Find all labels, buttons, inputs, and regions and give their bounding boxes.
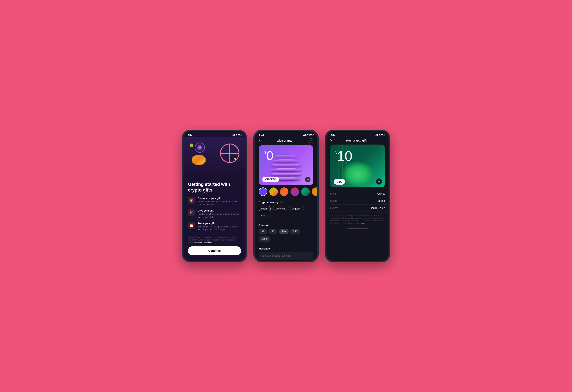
battery-icon <box>238 134 241 136</box>
crypto-label: Crypto <box>330 199 337 202</box>
phone-2: 5:12 ▾ × Give crypto <box>253 130 319 262</box>
time-2: 5:12 <box>259 133 264 136</box>
theme-circle-6[interactable] <box>312 187 317 196</box>
gift-icon: 🎁 <box>188 197 195 204</box>
detail-crypto: Crypto Bitcoin <box>326 197 389 205</box>
feature-desc-3: The gift must be accepted within 14 days… <box>198 225 241 231</box>
feature-desc-2: Send it directly to a friend or family m… <box>198 212 241 218</box>
disclaimer-3: Crypto gifts are only available to Robin… <box>326 212 389 227</box>
wifi-icon-2: ▾ <box>307 134 308 136</box>
feature-track: 📅 Track your gift The gift must be accep… <box>188 222 241 231</box>
theme-circles <box>255 187 317 198</box>
amount-pills: $1 $5 $10 $50 Other <box>255 229 317 245</box>
gift-card-green: $ 10 BTC ✏ <box>330 145 385 187</box>
phone-3: 5:12 ▾ × Your crypto gift <box>325 130 390 262</box>
status-bar-2: 5:12 ▾ <box>255 131 317 137</box>
coin-circle-inner: ◇ <box>197 145 202 150</box>
flag-icon: 🚩 <box>188 209 195 216</box>
terms-link-3[interactable]: Terms and Conditions <box>348 222 365 224</box>
status-bar-3: 5:12 ▾ <box>326 131 389 137</box>
amount-50[interactable]: $50 <box>290 229 300 234</box>
calendar-icon: 📅 <box>188 222 195 229</box>
header-title-2: Give crypto <box>277 139 293 142</box>
info-icon[interactable]: i <box>280 201 283 204</box>
amount-section-label: Amount <box>255 224 317 229</box>
close-button-3[interactable]: × <box>330 138 332 142</box>
battery-icon-3 <box>381 134 384 136</box>
crypto-pill-dogecoin[interactable]: Dogecoin <box>289 206 304 211</box>
coin-green-small <box>190 144 193 147</box>
crypto-pill-ethereum[interactable]: Ethereum <box>272 206 287 211</box>
theme-circle-3[interactable] <box>280 187 288 196</box>
crypto-pill-litecoin[interactable]: Litec... <box>259 213 270 218</box>
gift-amount-3: $ 10 <box>335 149 352 163</box>
amount-10[interactable]: $10 <box>279 229 289 234</box>
edit-button-3[interactable]: ✏ <box>376 179 382 185</box>
amount-number-2: 0 <box>266 149 273 162</box>
coin-circle: ◇ <box>195 142 205 153</box>
expires-value: Jan 05, 2022 <box>371 207 385 210</box>
message-section: Message Write a message (optional) <box>255 247 317 261</box>
amount-5[interactable]: $5 <box>269 229 277 234</box>
btc-label-pill: BTC <box>334 179 345 185</box>
amount-1[interactable]: $1 <box>259 229 267 234</box>
expires-label: Expires <box>330 207 338 210</box>
theme-circle-5[interactable] <box>301 187 310 196</box>
feature-title-2: Give your gift <box>198 209 241 212</box>
amount-other[interactable]: Other <box>259 236 270 242</box>
help-button[interactable]: ? <box>308 138 313 143</box>
feature-customize: 🎁 Customize your gift Choose a design, c… <box>188 197 241 206</box>
time-3: 5:12 <box>331 133 335 136</box>
wifi-icon-3: ▾ <box>379 134 380 136</box>
detail-expires: Expires Jan 05, 2022 <box>326 205 389 212</box>
gift-card-2: $ 0 CRYPTO ✏ <box>259 145 313 185</box>
dollar-sign-2: $ <box>264 151 266 155</box>
theme-circle-2[interactable] <box>269 187 278 196</box>
feature-title-3: Track your gift <box>198 222 241 225</box>
signal-icon-2 <box>303 134 306 136</box>
crypto-pill-bitcoin[interactable]: Bitcoin <box>259 206 271 211</box>
status-icons-1: ▾ <box>232 134 241 136</box>
home-indicator-3 <box>347 228 368 229</box>
crypto-value: Bitcoin <box>378 199 385 202</box>
detail-rows: From Amy S. Crypto Bitcoin Expires Jan 0… <box>326 190 389 212</box>
crypto-label-pill: CRYPTO <box>262 177 279 182</box>
phone1-content: Getting started with crypto gifts 🎁 Cust… <box>183 178 246 261</box>
feature-title-1: Customize your gift <box>198 197 241 200</box>
coin-pink <box>220 144 239 163</box>
from-value: Amy S. <box>377 192 385 195</box>
feature-give: 🚩 Give your gift Send it directly to a f… <box>188 209 241 218</box>
gift-amount-2: $ 0 <box>264 149 273 162</box>
detail-from: From Amy S. <box>326 190 389 197</box>
crypto-label-text: CRYPTO <box>265 178 276 181</box>
dollar-sign-3: $ <box>335 151 337 155</box>
wifi-icon: ▾ <box>236 134 237 136</box>
edit-button-2[interactable]: ✏ <box>305 177 311 182</box>
close-button-2[interactable]: × <box>259 139 261 143</box>
coin-gold <box>192 154 206 165</box>
message-label: Message <box>259 247 313 250</box>
phone2-header: × Give crypto ? <box>255 137 317 145</box>
terms-link-1[interactable]: Terms and Conditions <box>194 241 212 243</box>
theme-circle-1[interactable] <box>259 187 267 196</box>
phone3-header: × Your crypto gift <box>326 137 389 145</box>
battery-icon-2 <box>309 134 313 136</box>
signal-icon <box>232 134 235 136</box>
coin-green-dot <box>234 158 236 160</box>
message-input[interactable]: Write a message (optional) <box>259 252 313 260</box>
continue-button[interactable]: Continue <box>188 246 241 255</box>
hero-illustration: ◇ <box>183 137 246 178</box>
disclaimer-1: Crypto gifts are only available to Robin… <box>188 236 241 244</box>
signal-icon-3 <box>375 134 378 136</box>
status-icons-3: ▾ <box>375 134 384 136</box>
status-bar-1: 5:12 ▾ <box>183 131 246 137</box>
phones-container: 5:12 ▾ ◇ <box>182 130 390 262</box>
phone-1: 5:12 ▾ ◇ <box>182 130 247 262</box>
gift-card-area: $ 0 CRYPTO ✏ <box>255 145 317 187</box>
theme-circle-4[interactable] <box>290 187 299 196</box>
crypto-section-label: Cryptocurrency i <box>255 201 317 206</box>
page-title: Getting started with crypto gifts <box>188 181 241 193</box>
time-1: 5:12 <box>188 133 192 136</box>
from-label: From <box>330 192 336 195</box>
feature-desc-1: Choose a design, crypto, gift amount, an… <box>198 200 241 206</box>
